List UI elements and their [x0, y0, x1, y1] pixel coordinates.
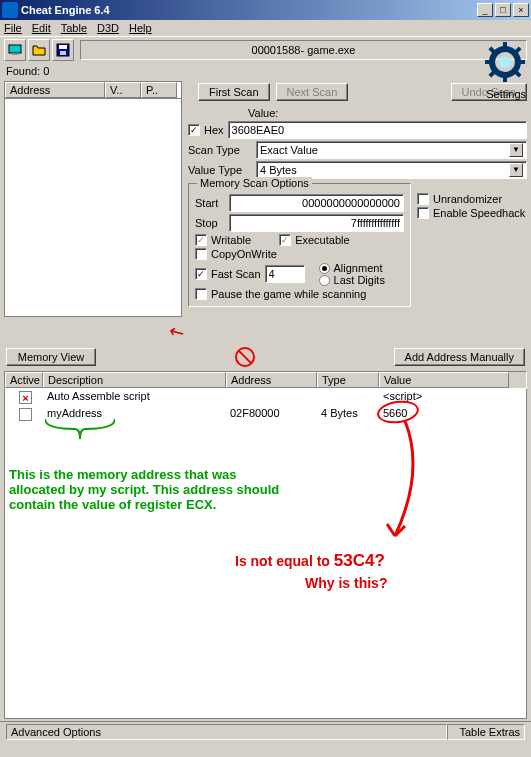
col-active[interactable]: Active — [5, 372, 43, 388]
svg-rect-9 — [519, 60, 525, 64]
col-value[interactable]: V.. — [105, 82, 141, 98]
menu-d3d[interactable]: D3D — [97, 22, 119, 34]
pause-checkbox[interactable] — [195, 288, 207, 300]
brace-icon — [45, 419, 115, 443]
save-button[interactable] — [52, 39, 74, 61]
found-label: Found: 0 — [0, 63, 531, 79]
next-scan-button: Next Scan — [276, 83, 349, 101]
results-list[interactable] — [4, 99, 182, 317]
fastscan-input[interactable] — [265, 265, 305, 283]
unrandomizer-label: Unrandomizer — [433, 193, 502, 205]
addresslist[interactable]: × Auto Assemble script <script> myAddres… — [4, 389, 527, 719]
value-type-label: Value Type — [188, 164, 252, 176]
alignment-label: Alignment — [334, 262, 383, 274]
menu-table[interactable]: Table — [61, 22, 87, 34]
svg-rect-4 — [60, 51, 66, 55]
red-annotation-2: Why is this? — [305, 575, 387, 591]
add-address-manually-button[interactable]: Add Address Manually — [394, 348, 525, 366]
executable-checkbox[interactable]: ✓ — [279, 234, 291, 246]
scan-type-combo[interactable]: Exact Value ▼ — [256, 141, 527, 159]
writable-label: Writable — [211, 234, 251, 246]
fastscan-label: Fast Scan — [211, 268, 261, 280]
value-label: Value: — [188, 107, 527, 119]
process-name: 00001588- game.exe — [80, 40, 527, 60]
red-arrow-icon — [385, 421, 435, 551]
computer-icon — [7, 42, 23, 58]
stop-icon[interactable] — [235, 347, 255, 367]
floppy-icon — [55, 42, 71, 58]
active-checkbox[interactable]: × — [19, 391, 32, 404]
col-type[interactable]: Type — [317, 372, 379, 388]
cell-desc[interactable]: Auto Assemble script — [43, 389, 226, 406]
value-type-value: 4 Bytes — [260, 164, 297, 176]
toolbar: 00001588- game.exe — [0, 37, 531, 63]
titlebar: Cheat Engine 6.4 _ □ × — [0, 0, 531, 20]
folder-icon — [31, 42, 47, 58]
svg-rect-3 — [59, 45, 67, 49]
first-scan-button[interactable]: First Scan — [198, 83, 270, 101]
maximize-button[interactable]: □ — [495, 3, 511, 17]
svg-rect-7 — [503, 76, 507, 82]
start-label: Start — [195, 197, 225, 209]
minimize-button[interactable]: _ — [477, 3, 493, 17]
red-annotation-1: Is not equal to 53C4? — [235, 551, 385, 571]
menu-help[interactable]: Help — [129, 22, 152, 34]
window-title: Cheat Engine 6.4 — [21, 4, 475, 16]
cell-addr[interactable]: 02F80000 — [226, 406, 317, 425]
advanced-options-button[interactable]: Advanced Options — [6, 724, 447, 740]
svg-rect-1 — [12, 53, 18, 55]
table-row[interactable]: × Auto Assemble script <script> — [5, 389, 526, 406]
col-address[interactable]: Address — [5, 82, 105, 98]
memopt-legend: Memory Scan Options — [197, 177, 312, 189]
svg-rect-0 — [9, 45, 21, 53]
memory-scan-options: Memory Scan Options Start Stop ✓ Writabl… — [188, 183, 411, 307]
chevron-down-icon: ▼ — [509, 163, 523, 177]
svg-point-14 — [499, 56, 511, 68]
chevron-down-icon: ▼ — [509, 143, 523, 157]
svg-rect-6 — [503, 42, 507, 48]
fastscan-checkbox[interactable]: ✓ — [195, 268, 207, 280]
open-file-button[interactable] — [28, 39, 50, 61]
alignment-radio[interactable] — [319, 263, 330, 274]
addresslist-header: Active Description Address Type Value — [4, 371, 527, 389]
hex-checkbox[interactable]: ✓ — [188, 124, 200, 136]
close-button[interactable]: × — [513, 3, 529, 17]
results-pane: Address V.. P.. — [4, 81, 182, 317]
cell-type[interactable]: 4 Bytes — [317, 406, 379, 425]
cursor-icon[interactable]: ↖ — [165, 319, 189, 346]
hex-label: Hex — [204, 124, 224, 136]
app-icon — [2, 2, 18, 18]
menu-file[interactable]: File — [4, 22, 22, 34]
active-checkbox[interactable] — [19, 408, 32, 421]
scan-type-label: Scan Type — [188, 144, 252, 156]
speedhack-checkbox[interactable] — [417, 207, 429, 219]
col-addr[interactable]: Address — [226, 372, 317, 388]
lastdigits-label: Last Digits — [334, 274, 385, 286]
writable-checkbox[interactable]: ✓ — [195, 234, 207, 246]
cell-addr[interactable] — [226, 389, 317, 406]
open-process-button[interactable] — [4, 39, 26, 61]
settings-gear-icon[interactable] — [485, 42, 525, 82]
table-extras-button[interactable]: Table Extras — [447, 724, 525, 740]
col-description[interactable]: Description — [43, 372, 226, 388]
unrandomizer-checkbox[interactable] — [417, 193, 429, 205]
scan-pane: First Scan Next Scan Undo Scan Value: ✓ … — [188, 81, 527, 317]
menu-edit[interactable]: Edit — [32, 22, 51, 34]
executable-label: Executable — [295, 234, 349, 246]
stop-input[interactable] — [229, 214, 404, 232]
cell-type[interactable] — [317, 389, 379, 406]
speedhack-label: Enable Speedhack — [433, 207, 525, 219]
svg-rect-8 — [485, 60, 491, 64]
memory-view-button[interactable]: Memory View — [6, 348, 96, 366]
stop-label: Stop — [195, 217, 225, 229]
green-annotation: This is the memory address that was allo… — [9, 467, 279, 512]
pause-label: Pause the game while scanning — [211, 288, 366, 300]
lastdigits-radio[interactable] — [319, 275, 330, 286]
col-prev[interactable]: P.. — [141, 82, 177, 98]
copyonwrite-checkbox[interactable] — [195, 248, 207, 260]
settings-label: Settings — [486, 88, 526, 100]
start-input[interactable] — [229, 194, 404, 212]
results-header: Address V.. P.. — [4, 81, 182, 99]
col-value[interactable]: Value — [379, 372, 509, 388]
value-input[interactable] — [228, 121, 527, 139]
